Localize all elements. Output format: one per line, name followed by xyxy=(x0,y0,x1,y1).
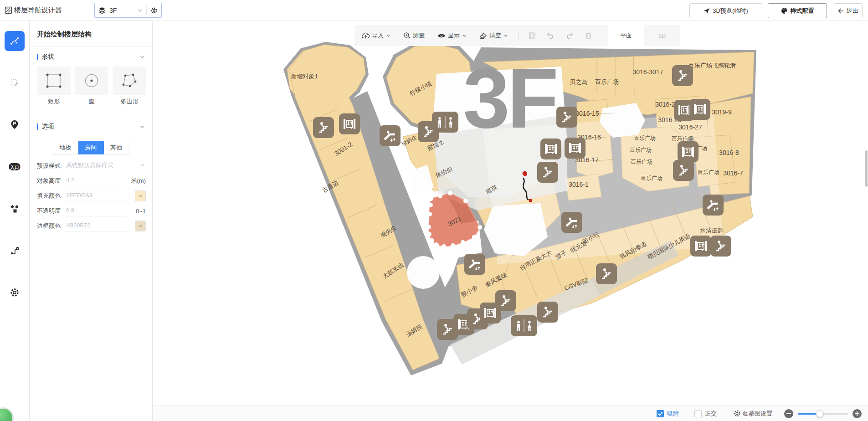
elevator-icon[interactable] xyxy=(339,113,360,134)
sidebar-settings-tool[interactable] xyxy=(5,282,25,303)
store-label: 百乐广场 xyxy=(641,175,663,181)
measure-icon xyxy=(403,32,411,39)
ortho-toggle[interactable]: 正交 xyxy=(694,410,717,418)
chevron-down-icon[interactable] xyxy=(139,54,145,60)
style-config-button[interactable]: 样式配置 xyxy=(768,3,827,18)
sidebar-draw-structure-tool[interactable] xyxy=(5,31,25,51)
shape-card-polygon[interactable]: 多边形 xyxy=(113,67,146,106)
circle-shape-icon[interactable] xyxy=(75,67,108,95)
elevator-icon[interactable] xyxy=(690,236,711,257)
field-row: 填充颜色 #FEDEA3 xyxy=(30,186,152,201)
save-button[interactable] xyxy=(529,32,536,39)
vertex-handle[interactable] xyxy=(451,243,455,248)
snap-toggle[interactable]: 吸附 xyxy=(657,410,679,418)
tab-plan-view[interactable]: 平面 xyxy=(608,25,644,46)
rect-shape-icon[interactable] xyxy=(37,67,71,95)
escalator-icon[interactable] xyxy=(464,254,485,275)
vertex-handle[interactable] xyxy=(427,232,431,236)
undo-button[interactable] xyxy=(547,32,555,39)
exit-button[interactable]: 退出 xyxy=(834,3,863,18)
shape-section-header[interactable]: 形状 xyxy=(30,46,152,66)
measure-button[interactable]: 测量 xyxy=(403,31,425,40)
chevron-down-icon[interactable] xyxy=(137,8,143,13)
field-input[interactable]: #B29B72 xyxy=(65,221,126,231)
zoom-slider[interactable] xyxy=(798,413,848,415)
field-label: 对象高度 xyxy=(37,177,65,185)
stairs-icon[interactable] xyxy=(537,302,558,323)
elevator-icon[interactable] xyxy=(678,141,699,162)
stairs-icon[interactable] xyxy=(537,162,558,183)
option-tab-地板[interactable]: 地板 xyxy=(53,141,78,154)
polygon-shape-icon[interactable] xyxy=(113,67,146,95)
field-input[interactable]: #FEDEA3 xyxy=(65,190,126,201)
stairs-icon[interactable] xyxy=(672,65,693,86)
stairs-icon[interactable] xyxy=(596,263,617,284)
wc-icon[interactable] xyxy=(432,112,458,133)
vertex-handle[interactable] xyxy=(442,244,446,249)
vertex-handle[interactable] xyxy=(461,240,465,245)
display-button[interactable]: 显示 xyxy=(437,31,467,40)
vertex-handle[interactable] xyxy=(434,242,439,247)
vertex-handle[interactable] xyxy=(478,225,482,230)
chevron-down-icon[interactable] xyxy=(139,124,145,129)
shape-label: 圆 xyxy=(75,98,108,106)
field-input[interactable]: 系统默认房间样式 xyxy=(65,160,146,172)
vertical-scrollbar[interactable] xyxy=(865,150,868,187)
floor-selector[interactable]: 3F xyxy=(94,3,162,18)
option-tab-其他[interactable]: 其他 xyxy=(104,141,129,154)
snap-checkbox[interactable] xyxy=(657,410,664,417)
atrium-circle[interactable] xyxy=(407,256,440,289)
shape-card-circle[interactable]: 圆 xyxy=(75,67,108,106)
tab-3d-view[interactable]: 3D xyxy=(644,25,680,46)
delete-button[interactable] xyxy=(585,32,592,39)
ortho-checkbox[interactable] xyxy=(694,410,702,417)
sidebar-poi-tool[interactable] xyxy=(5,199,25,219)
shape-label: 多边形 xyxy=(113,98,146,106)
color-swatch-button[interactable] xyxy=(135,190,146,201)
chevron-down-icon[interactable] xyxy=(140,163,145,168)
escalator-icon[interactable] xyxy=(380,125,401,146)
sidebar-path-tool[interactable] xyxy=(5,241,25,261)
elevator-icon[interactable] xyxy=(689,99,710,120)
escalator-icon[interactable] xyxy=(703,195,724,216)
map-canvas[interactable]: 3F新增对象13001-2古道边蜀先生大鼓米线汤姆熊柠檬小镇珍奶会蜜悦士鱼伯伯塔… xyxy=(153,21,868,421)
stairs-icon[interactable] xyxy=(673,160,694,181)
import-button[interactable]: 导入 xyxy=(362,31,390,40)
zoom-in-button[interactable] xyxy=(853,409,862,418)
vertex-handle[interactable] xyxy=(463,199,468,203)
wc-icon[interactable] xyxy=(511,315,537,336)
shape-card-rect[interactable]: 矩形 xyxy=(37,67,71,106)
option-tab-房间[interactable]: 房间 xyxy=(78,141,104,154)
stairs-icon[interactable] xyxy=(556,107,577,128)
store-label: 3016-2 xyxy=(655,101,675,108)
redo-button[interactable] xyxy=(565,32,573,39)
vertex-handle[interactable] xyxy=(428,203,433,207)
clear-button[interactable]: 清空 xyxy=(479,31,508,40)
stairs-icon[interactable] xyxy=(710,236,731,257)
floorplan-svg[interactable]: 3F新增对象13001-2古道边蜀先生大鼓米线汤姆熊柠檬小镇珍奶会蜜悦士鱼伯伯塔… xyxy=(153,21,868,421)
vertex-handle[interactable] xyxy=(448,191,452,195)
field-input[interactable]: 0.9 xyxy=(65,205,126,216)
elevator-icon[interactable] xyxy=(565,138,586,159)
vertex-handle[interactable] xyxy=(426,225,431,229)
preview-3d-button[interactable]: 3D预览(临时) xyxy=(689,3,762,18)
field-input[interactable]: 4.2 xyxy=(65,175,126,186)
options-section-header[interactable]: 选项 xyxy=(30,116,152,135)
vertex-handle[interactable] xyxy=(430,238,434,243)
zoom-out-button[interactable] xyxy=(784,409,793,418)
vertex-handle[interactable] xyxy=(438,194,442,198)
zoom-slider-thumb[interactable] xyxy=(816,410,823,417)
color-swatch-button[interactable] xyxy=(135,221,146,231)
trace-image-settings[interactable]: 临摹图设置 xyxy=(733,410,772,418)
floor-settings-gear-icon[interactable] xyxy=(150,7,158,14)
elevator-icon[interactable] xyxy=(480,303,501,323)
stairs-icon[interactable] xyxy=(313,117,334,138)
sidebar-entrance-tool[interactable]: 入口 xyxy=(5,157,25,177)
sidebar-edit-outline-tool[interactable] xyxy=(5,73,25,93)
elevator-icon[interactable] xyxy=(540,139,561,159)
escalator-icon[interactable] xyxy=(561,212,582,233)
vertex-handle[interactable] xyxy=(427,212,432,216)
vertex-handle[interactable] xyxy=(429,196,433,201)
vertex-handle[interactable] xyxy=(472,235,477,239)
sidebar-marker-tool[interactable] xyxy=(5,115,25,135)
